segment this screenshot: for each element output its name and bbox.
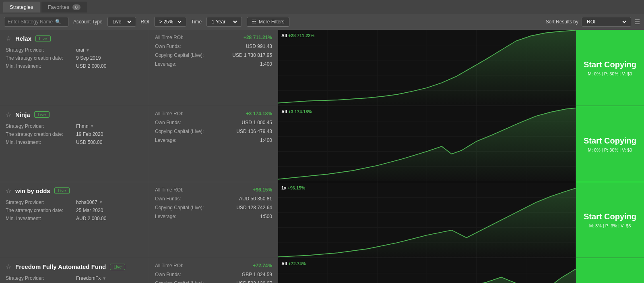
strategy-stats-4: All Time ROI: +72.74% Own Funds: GBP 1 0…: [149, 258, 278, 283]
strategy-name-3: win by odds: [15, 187, 50, 194]
strategy-name-1: Relax: [15, 35, 31, 42]
tab-favorites[interactable]: Favorites 0: [41, 2, 87, 12]
strategies-list: ☆ Relax Live Strategy Provider: urai ▼ T…: [0, 30, 644, 283]
sort-dropdown[interactable]: ROI Copying Capital Age: [585, 19, 627, 25]
strategy-info-4: ☆ Freedom Fully Automated Fund Live Stra…: [0, 258, 149, 283]
provider-label-1: Strategy Provider:: [6, 47, 76, 53]
strategy-row: ☆ Relax Live Strategy Provider: urai ▼ T…: [0, 30, 644, 106]
provider-value-3[interactable]: hzha0067 ▼: [76, 200, 103, 205]
roi-label-4: All Time ROI:: [155, 263, 184, 268]
account-type-dropdown[interactable]: Live Demo: [111, 19, 132, 25]
favorite-star-1[interactable]: ☆: [6, 35, 11, 42]
creation-label-3: The strategy creation date:: [6, 208, 76, 213]
own-funds-label-3: Own Funds:: [155, 196, 181, 202]
copy-btn-label-3: Start Copying: [584, 211, 636, 222]
start-copying-button-3[interactable]: Start Copying M: 3% | P: 3% | V: $5: [576, 182, 644, 258]
roi-value-3: +96.15%: [253, 187, 272, 193]
strategy-name-4: Freedom Fully Automated Fund: [15, 263, 106, 270]
copying-capital-value-2: USD 106 479.43: [236, 129, 272, 134]
provider-label-2: Strategy Provider:: [6, 123, 76, 129]
min-invest-value-3: AUD 2 000.00: [76, 216, 106, 221]
provider-value-4[interactable]: FreedomFx ▼: [76, 275, 106, 281]
roi-label-2: All Time ROI:: [155, 111, 184, 117]
sort-section: Sort Results by ROI Copying Capital Age …: [546, 17, 640, 27]
copying-capital-value-3: USD 128 742.64: [236, 205, 272, 210]
chart-label-1: All +28 711.22%: [281, 33, 314, 38]
app-container: Strategies Favorites 0 Enter Strategy Na…: [0, 0, 644, 283]
start-copying-button-2[interactable]: Start Copying M: 0% | P: 30% | V: $0: [576, 106, 644, 182]
provider-label-3: Strategy Provider:: [6, 200, 76, 205]
creation-label-1: The strategy creation date:: [6, 55, 76, 61]
filter-bar: Enter Strategy Name 🔍 Account Type Live …: [0, 14, 644, 30]
copy-btn-label-1: Start Copying: [584, 59, 636, 70]
roi-dropdown[interactable]: > 25% > 50% > 100%: [158, 19, 183, 25]
copying-capital-label-3: Copying Capital (Live):: [155, 205, 204, 210]
strategy-info-1: ☆ Relax Live Strategy Provider: urai ▼ T…: [0, 30, 149, 106]
sort-select[interactable]: ROI Copying Capital Age: [582, 17, 631, 27]
more-filters-button[interactable]: ☷ More Filters: [247, 17, 289, 27]
search-placeholder: Enter Strategy Name: [8, 19, 53, 25]
own-funds-value-2: USD 1 000.45: [242, 120, 272, 125]
provider-value-2[interactable]: Fhmn ▼: [76, 123, 94, 129]
search-field[interactable]: Enter Strategy Name 🔍: [4, 17, 68, 27]
favorite-star-3[interactable]: ☆: [6, 187, 11, 195]
strategy-chart-1: All +28 711.22%: [278, 30, 576, 106]
copying-capital-value-4: USD 523 139.07: [236, 281, 272, 283]
min-invest-label-3: Min. Investment:: [6, 216, 76, 221]
leverage-value-2: 1:400: [260, 137, 272, 143]
copy-btn-label-2: Start Copying: [584, 135, 636, 146]
favorite-star-4[interactable]: ☆: [6, 263, 11, 271]
start-copying-button-4[interactable]: Start Copying M: 0% | P: 21% | V: $15 Fo…: [576, 258, 644, 283]
own-funds-value-4: GBP 1 024.59: [242, 272, 272, 277]
live-badge-4: Live: [110, 264, 125, 270]
strategy-name-2: Ninja: [15, 111, 30, 118]
strategy-stats-3: All Time ROI: +96.15% Own Funds: AUD 50 …: [149, 182, 278, 258]
creation-value-2: 19 Feb 2020: [76, 131, 103, 137]
roi-label-1: All Time ROI:: [155, 35, 184, 40]
own-funds-label-2: Own Funds:: [155, 120, 181, 125]
leverage-label-2: Leverage:: [155, 137, 176, 143]
strategy-chart-2: All +3 174.18%: [278, 106, 576, 182]
creation-label-2: The strategy creation date:: [6, 131, 76, 137]
own-funds-value-3: AUD 50 350.81: [239, 196, 272, 202]
roi-value-1: +28 711.21%: [244, 35, 272, 40]
strategy-row: ☆ Freedom Fully Automated Fund Live Stra…: [0, 258, 644, 283]
tab-strategies[interactable]: Strategies: [3, 2, 40, 12]
min-invest-label-1: Min. Investment:: [6, 63, 76, 69]
copying-capital-label-4: Copying Capital (Live):: [155, 281, 204, 283]
time-dropdown[interactable]: 1 Year 6 Months 3 Months All Time: [210, 19, 238, 25]
filter-icon: ☷: [252, 19, 256, 25]
live-badge-3: Live: [54, 187, 70, 194]
min-invest-value-1: USD 2 000.00: [76, 63, 106, 69]
list-view-icon[interactable]: ☰: [634, 18, 640, 26]
time-select[interactable]: 1 Year 6 Months 3 Months All Time: [206, 17, 242, 27]
copy-btn-fees-3: M: 3% | P: 3% | V: $5: [589, 223, 631, 228]
strategy-stats-2: All Time ROI: +3 174.18% Own Funds: USD …: [149, 106, 278, 182]
strategy-info-2: ☆ Ninja Live Strategy Provider: Fhmn ▼ T…: [0, 106, 149, 182]
provider-label-4: Strategy Provider:: [6, 275, 76, 281]
favorites-badge: 0: [72, 4, 80, 10]
strategy-info-3: ☆ win by odds Live Strategy Provider: hz…: [0, 182, 149, 258]
leverage-value-1: 1:400: [260, 61, 272, 67]
min-invest-value-2: USD 500.00: [76, 139, 102, 145]
provider-value-1[interactable]: urai ▼: [76, 47, 90, 53]
search-icon: 🔍: [55, 19, 61, 25]
start-copying-button-1[interactable]: Start Copying M: 0% | P: 30% | V: $0: [576, 30, 644, 106]
chart-label-2: All +3 174.18%: [281, 109, 312, 114]
account-type-label: Account Type: [73, 19, 103, 25]
min-invest-label-2: Min. Investment:: [6, 139, 76, 145]
leverage-value-3: 1:500: [260, 214, 272, 219]
account-type-select[interactable]: Live Demo: [107, 17, 136, 27]
roi-label-3: All Time ROI:: [155, 187, 184, 193]
favorite-star-2[interactable]: ☆: [6, 111, 11, 119]
chart-label-4: All +72.74%: [281, 261, 306, 266]
time-label: Time: [191, 19, 202, 25]
strategy-stats-1: All Time ROI: +28 711.21% Own Funds: USD…: [149, 30, 278, 106]
roi-label: ROI: [141, 19, 149, 25]
strategy-chart-4: All +72.74%: [278, 258, 576, 283]
roi-select[interactable]: > 25% > 50% > 100%: [154, 17, 186, 27]
copy-btn-fees-2: M: 0% | P: 30% | V: $0: [588, 148, 632, 152]
copying-capital-label-2: Copying Capital (Live):: [155, 129, 204, 134]
copying-capital-value-1: USD 1 730 817.95: [232, 52, 272, 58]
copying-capital-label-1: Copying Capital (Live):: [155, 52, 204, 58]
